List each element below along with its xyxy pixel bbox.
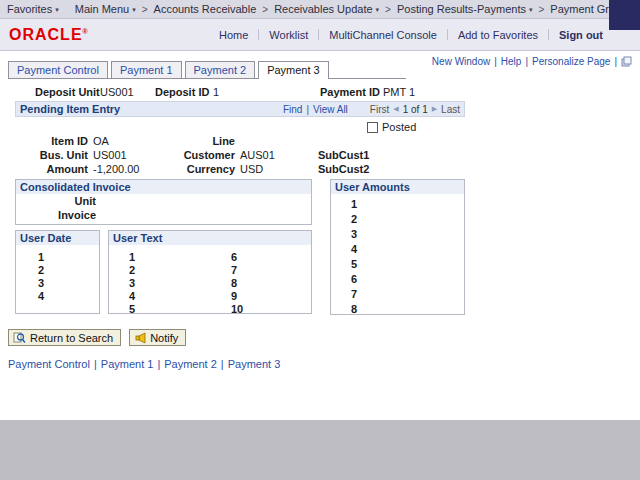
currency-label: Currency <box>165 163 235 175</box>
box-title: Consolidated Invoice <box>16 180 311 194</box>
breadcrumb-separator: > <box>262 4 268 15</box>
breadcrumb: Favorites▾ Main Menu▾ > Accounts Receiva… <box>0 0 640 19</box>
posted-field: Posted <box>367 121 465 133</box>
item-id-label: Item ID <box>15 135 88 147</box>
sign-out-link[interactable]: Sign out <box>549 29 605 41</box>
breadcrumb-label: Favorites <box>7 3 52 15</box>
view-all-link[interactable]: View All <box>313 104 348 115</box>
chevron-down-icon[interactable]: ▾ <box>132 6 136 13</box>
breadcrumb-label: Accounts Receivable <box>154 3 257 15</box>
header-links: Home Worklist MultiChannel Console Add t… <box>209 29 605 41</box>
user-date-rows: 1 2 3 4 <box>38 251 99 303</box>
divider: | <box>157 358 160 370</box>
next-row-icon[interactable]: ▶ <box>432 105 437 113</box>
notify-button[interactable]: Notify <box>129 329 186 346</box>
scroll-nav: Find | View All First ◀ 1 of 1 ▶ Last <box>283 104 460 115</box>
bus-unit-label: Bus. Unit <box>15 149 88 161</box>
subcust1-label: SubCust1 <box>318 149 369 161</box>
deposit-unit-field: Deposit Unit US001 <box>35 86 155 98</box>
pending-item-entry-section: Pending Item Entry Find | View All First… <box>15 101 465 175</box>
divider: | <box>94 358 97 370</box>
user-amounts-box: User Amounts 1 2 3 4 5 6 7 8 <box>330 179 465 315</box>
home-link[interactable]: Home <box>209 29 258 41</box>
footer-link-payment-3[interactable]: Payment 3 <box>228 358 281 370</box>
breadcrumb-main-menu[interactable]: Main Menu▾ <box>75 3 136 15</box>
pending-row: Amount -1,200.00 Currency USD SubCust2 <box>15 162 465 175</box>
subcust2-label: SubCust2 <box>318 163 369 175</box>
deposit-unit-label: Deposit Unit <box>35 86 100 98</box>
footer-link-payment-1[interactable]: Payment 1 <box>101 358 154 370</box>
posted-label: Posted <box>382 121 416 133</box>
breadcrumb-favorites[interactable]: Favorites▾ <box>7 3 59 15</box>
breadcrumb-receivables-update[interactable]: Receivables Update▾ <box>274 3 379 15</box>
footer-link-payment-2[interactable]: Payment 2 <box>164 358 217 370</box>
chevron-down-icon[interactable]: ▾ <box>376 6 380 13</box>
oracle-logo: ORACLE® <box>9 26 89 44</box>
tab-payment-2[interactable]: Payment 2 <box>185 61 256 78</box>
customer-value: AUS01 <box>240 149 310 161</box>
deposit-id-field: Deposit ID 1 <box>155 86 320 98</box>
bus-unit-value: US001 <box>93 149 165 161</box>
tab-payment-control[interactable]: Payment Control <box>8 61 108 78</box>
add-to-favorites-link[interactable]: Add to Favorites <box>448 29 548 41</box>
pending-row: Bus. Unit US001 Customer AUS01 SubCust1 <box>15 148 465 161</box>
payment-id-label: Payment ID <box>320 86 383 98</box>
toolbar: Return to Search Notify <box>8 329 640 346</box>
breadcrumb-label: Receivables Update <box>274 3 372 15</box>
breadcrumb-posting-results-payments[interactable]: Posting Results-Payments▾ <box>397 3 533 15</box>
registered-mark: ® <box>83 27 89 34</box>
chevron-down-icon[interactable]: ▾ <box>529 6 533 13</box>
payment-id-field: Payment ID PMT 1 <box>320 86 415 98</box>
return-to-search-button[interactable]: Return to Search <box>8 329 121 346</box>
box-title: User Amounts <box>331 180 464 194</box>
multichannel-console-link[interactable]: MultiChannel Console <box>319 29 447 41</box>
previous-row-icon[interactable]: ◀ <box>393 105 398 113</box>
app-header: ORACLE® Home Worklist MultiChannel Conso… <box>0 19 640 51</box>
notify-icon <box>134 332 146 344</box>
amount-value: -1,200.00 <box>93 163 165 175</box>
user-text-rows: 1 2 3 4 5 6 7 8 9 10 <box>109 251 311 316</box>
last-link[interactable]: Last <box>441 104 460 115</box>
tab-payment-1[interactable]: Payment 1 <box>111 61 182 78</box>
chevron-down-icon[interactable]: ▾ <box>55 6 59 13</box>
consolidated-invoice-box: Consolidated Invoice Unit Invoice <box>15 179 312 225</box>
pending-item-entry-header: Pending Item Entry Find | View All First… <box>15 101 465 117</box>
footer-link-payment-control[interactable]: Payment Control <box>8 358 90 370</box>
group-box-area: Consolidated Invoice Unit Invoice User D… <box>15 179 640 315</box>
tab-payment-3[interactable]: Payment 3 <box>258 61 329 79</box>
divider: | <box>525 56 528 67</box>
breadcrumb-label: Posting Results-Payments <box>397 3 526 15</box>
tab-bar: Payment Control Payment 1 Payment 2 Paym… <box>8 61 406 79</box>
invoice-label: Invoice <box>16 209 96 222</box>
help-link[interactable]: Help <box>501 56 522 67</box>
deposit-id-label: Deposit ID <box>155 86 213 98</box>
breadcrumb-separator: > <box>538 4 544 15</box>
page-action-bar: New Window | Help | Personalize Page | <box>432 56 632 67</box>
breadcrumb-accounts-receivable[interactable]: Accounts Receivable <box>154 3 257 15</box>
find-link[interactable]: Find <box>283 104 302 115</box>
worklist-link[interactable]: Worklist <box>259 29 318 41</box>
user-text-box: User Text 1 2 3 4 5 6 7 8 <box>108 230 312 314</box>
key-fields-row: Deposit Unit US001 Deposit ID 1 Payment … <box>35 86 640 98</box>
breadcrumb-separator: > <box>385 4 391 15</box>
amount-label: Amount <box>15 163 88 175</box>
first-link[interactable]: First <box>370 104 389 115</box>
new-window-link[interactable]: New Window <box>432 56 490 67</box>
footer-page-links: Payment Control|Payment 1|Payment 2|Paym… <box>8 358 640 370</box>
breadcrumb-label: Main Menu <box>75 3 129 15</box>
breadcrumb-separator: > <box>142 4 148 15</box>
posted-checkbox[interactable] <box>367 122 378 133</box>
currency-value: USD <box>240 163 310 175</box>
user-amounts-rows: 1 2 3 4 5 6 7 8 <box>351 197 464 317</box>
corner-decoration <box>609 0 640 30</box>
divider: | <box>614 56 617 67</box>
personalize-page-link[interactable]: Personalize Page <box>532 56 610 67</box>
row-position: 1 of 1 <box>403 104 428 115</box>
divider: | <box>306 104 309 115</box>
deposit-unit-value: US001 <box>100 86 134 98</box>
customer-label: Customer <box>165 149 235 161</box>
divider: | <box>494 56 497 67</box>
copy-url-icon[interactable] <box>621 56 632 67</box>
application-window: Favorites▾ Main Menu▾ > Accounts Receiva… <box>0 0 640 420</box>
item-id-value: OA <box>93 135 165 147</box>
